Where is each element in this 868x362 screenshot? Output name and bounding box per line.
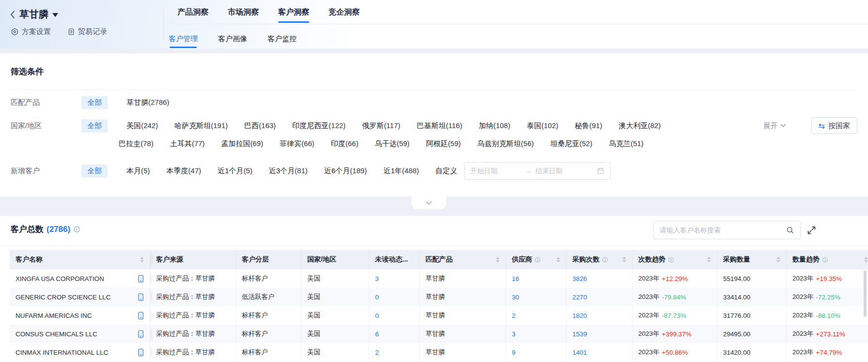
- contact-phone-icon[interactable]: [138, 293, 144, 301]
- product-dropdown-caret-icon[interactable]: [52, 13, 58, 17]
- country-filter-item[interactable]: 澳大利亚(82): [619, 121, 661, 131]
- country-all-chip[interactable]: 全部: [81, 119, 108, 132]
- table-row[interactable]: CINMAX INTERNATIONAL LLC 采购过产品：草甘膦 标杆客户 …: [10, 343, 868, 362]
- cell-tier: 标杆客户: [236, 269, 301, 288]
- country-filter-item[interactable]: 乌兹别克斯坦(56): [477, 139, 534, 148]
- contact-phone-icon[interactable]: [138, 275, 144, 283]
- cell-suppliers[interactable]: 30: [506, 288, 567, 306]
- country-filter-item[interactable]: 印度尼西亚(122): [292, 121, 346, 131]
- contact-phone-icon[interactable]: [138, 348, 144, 357]
- custom-date-link[interactable]: 自定义: [436, 166, 458, 176]
- contact-phone-icon[interactable]: [138, 312, 144, 320]
- country-filter-item[interactable]: 巴基斯坦(116): [417, 121, 462, 131]
- cell-purchases[interactable]: 1539: [567, 325, 632, 343]
- date-range-picker[interactable]: →: [464, 162, 611, 180]
- fullscreen-icon[interactable]: [806, 225, 817, 235]
- country-filter-item[interactable]: 阿根廷(59): [426, 139, 461, 148]
- contact-phone-icon[interactable]: [138, 330, 144, 338]
- country-filter-item[interactable]: 泰国(102): [527, 121, 558, 131]
- subtab-customer-management[interactable]: 客户管理: [169, 34, 198, 44]
- back-icon[interactable]: [10, 10, 16, 19]
- end-date-input[interactable]: [536, 167, 586, 175]
- customer-search-box[interactable]: [653, 221, 801, 239]
- period-filter-item[interactable]: 近3个月(81): [269, 166, 308, 176]
- table-row[interactable]: GENERIC CROP SCIENCE LLC 采购过产品：草甘膦 低活跃客户…: [10, 288, 868, 306]
- country-items-row1: 美国(242) 哈萨克斯坦(191) 巴西(163) 印度尼西亚(122) 俄罗…: [126, 117, 857, 134]
- table-header-row: 客户名称 客户来源 客户分层 国家/地区 未读动态... 匹配产品 供应商 采购: [10, 250, 868, 269]
- cell-country: 美国: [301, 269, 369, 288]
- period-filter-item[interactable]: 近1年(488): [383, 166, 419, 176]
- product-filter-item[interactable]: 草甘膦(2786): [126, 98, 169, 107]
- customer-search-input[interactable]: [660, 226, 786, 234]
- period-filter-item[interactable]: 本月(5): [126, 166, 150, 176]
- country-filter-item[interactable]: 美国(242): [126, 121, 158, 131]
- by-country-button[interactable]: ⇆ 按国家: [811, 117, 857, 134]
- cell-purchases[interactable]: 3826: [567, 269, 632, 288]
- sort-icon[interactable]: [622, 257, 626, 263]
- cell-unread[interactable]: 0: [369, 306, 420, 325]
- trade-records-button[interactable]: 贸易记录: [67, 27, 107, 36]
- country-filter-item[interactable]: 印度(66): [331, 139, 359, 148]
- country-filter-item[interactable]: 乌干达(59): [375, 139, 410, 148]
- cell-count-trend: 2023年+399.37%: [632, 325, 717, 343]
- cell-source: 采购过产品：草甘膦: [150, 343, 236, 362]
- cell-purchases[interactable]: 2270: [567, 288, 632, 306]
- tab-market-insight[interactable]: 市场洞察: [228, 7, 259, 17]
- product-all-chip[interactable]: 全部: [81, 96, 108, 109]
- cell-suppliers[interactable]: 16: [506, 269, 567, 288]
- cell-suppliers[interactable]: 9: [506, 343, 567, 362]
- search-icon[interactable]: [786, 226, 794, 234]
- table-row[interactable]: CONSUS CHEMICALS LLC 采购过产品：草甘膦 标杆客户 美国 6…: [10, 325, 868, 343]
- cell-quantity: 31420.00: [717, 343, 787, 362]
- cell-suppliers[interactable]: 3: [506, 325, 567, 343]
- table-row[interactable]: XINGFA USA CORPORATION 采购过产品：草甘膦 标杆客户 美国…: [10, 269, 868, 288]
- cell-unread[interactable]: 2: [369, 343, 420, 362]
- info-icon[interactable]: [668, 257, 674, 263]
- subtab-customer-profile[interactable]: 客户画像: [218, 34, 247, 44]
- sort-icon[interactable]: [864, 257, 868, 263]
- by-country-label: 按国家: [828, 121, 850, 131]
- tab-customer-insight[interactable]: 客户洞察: [278, 7, 309, 17]
- country-filter-item[interactable]: 哈萨克斯坦(191): [174, 121, 228, 131]
- sort-icon[interactable]: [776, 257, 780, 263]
- info-icon[interactable]: [822, 257, 828, 263]
- country-filter-item[interactable]: 孟加拉国(69): [221, 139, 263, 148]
- table-row[interactable]: NUFARM AMERICAS INC 采购过产品：草甘膦 标杆客户 美国 0 …: [10, 306, 868, 325]
- info-icon[interactable]: [602, 257, 608, 263]
- sort-icon[interactable]: [140, 257, 144, 263]
- country-filter-item[interactable]: 加纳(108): [479, 121, 510, 131]
- subtab-customer-monitor[interactable]: 客户监控: [268, 34, 297, 44]
- tab-competitor-insight[interactable]: 竞企洞察: [329, 7, 360, 17]
- cell-country: 美国: [301, 325, 369, 343]
- period-filter-item[interactable]: 近6个月(189): [324, 166, 367, 176]
- country-filter-item[interactable]: 俄罗斯(117): [362, 121, 400, 131]
- sort-icon[interactable]: [496, 257, 500, 263]
- cell-unread[interactable]: 6: [369, 325, 420, 343]
- period-filter-item[interactable]: 本季度(47): [166, 166, 201, 176]
- start-date-input[interactable]: [471, 167, 521, 175]
- tab-product-insight[interactable]: 产品洞察: [177, 7, 208, 17]
- country-filter-item[interactable]: 乌克兰(51): [609, 139, 644, 148]
- filter-collapse-toggle[interactable]: [411, 197, 446, 209]
- vertical-scrollbar[interactable]: [864, 270, 867, 317]
- country-filter-item[interactable]: 秘鲁(91): [575, 121, 602, 131]
- cell-purchases[interactable]: 1820: [567, 306, 632, 325]
- info-icon[interactable]: [535, 257, 541, 263]
- country-filter-item[interactable]: 巴西(163): [244, 121, 276, 131]
- period-filter-item[interactable]: 近1个月(5): [218, 166, 253, 176]
- cell-unread[interactable]: 3: [369, 269, 420, 288]
- new-customer-all-chip[interactable]: 全部: [81, 165, 108, 178]
- plan-settings-button[interactable]: 方案设置: [11, 27, 51, 36]
- cell-purchases[interactable]: 1401: [567, 343, 632, 362]
- sort-icon[interactable]: [556, 257, 560, 263]
- country-filter-item[interactable]: 土耳其(77): [170, 139, 205, 148]
- country-filter-item[interactable]: 巴拉圭(78): [119, 139, 154, 148]
- country-filter-item[interactable]: 菲律宾(66): [280, 139, 315, 148]
- cell-unread[interactable]: 0: [369, 288, 420, 306]
- country-filter-item[interactable]: 坦桑尼亚(52): [551, 139, 593, 148]
- country-expand-link[interactable]: 展开: [763, 121, 786, 131]
- cell-suppliers[interactable]: 2: [506, 306, 567, 325]
- sort-icon[interactable]: [707, 257, 711, 263]
- page-title[interactable]: 草甘膦: [19, 8, 48, 21]
- info-icon[interactable]: [73, 226, 80, 233]
